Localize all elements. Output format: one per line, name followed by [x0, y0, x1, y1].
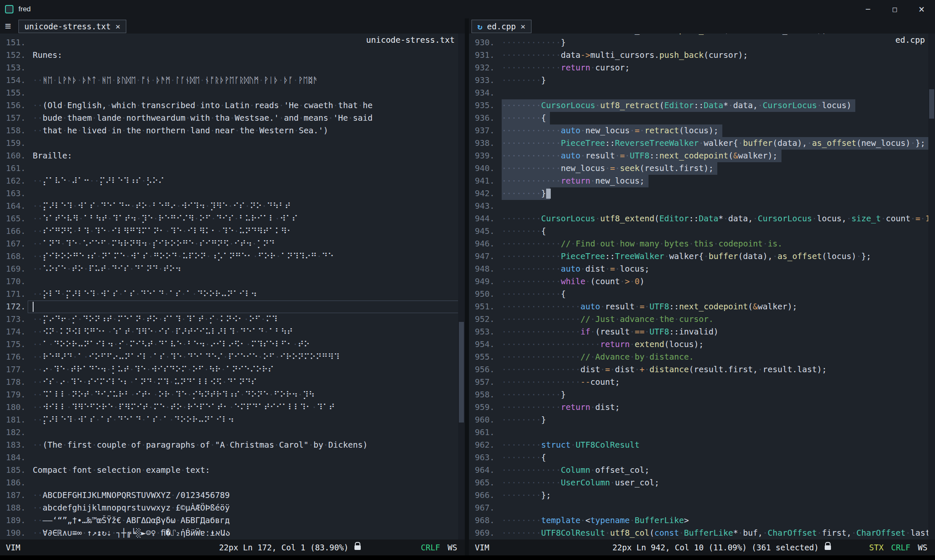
code-line[interactable]: 162.··⡌⠁⠧⠑·⠼⠁⠒··⡍⠜⠇⠑⠹⠰⠎·⡣⠕⠌: [0, 175, 465, 187]
line-text[interactable]: ········UTF8ColResult·utf8_col(const·Buf…: [497, 527, 935, 539]
code-line[interactable]: 185.Compact·font·selection·example·text:: [0, 464, 465, 477]
line-text[interactable]: [28, 451, 465, 464]
code-line[interactable]: 934.: [469, 87, 935, 99]
code-line[interactable]: 937.············auto·new_locus·=·retract…: [469, 124, 935, 137]
line-text[interactable]: ··⠗⠑⠛⠜⠙·⠁·⠊⠕⠋⠋⠔⠤⠝⠁⠊⠇·⠁⠎·⠹⠑·⠙⠑⠁⠙⠑⠌·⠏⠊⠑⠊⠑·…: [28, 351, 465, 363]
line-text[interactable]: [497, 200, 935, 213]
code-line[interactable]: 942.········}: [469, 187, 935, 200]
line-text[interactable]: ··⡍⠜⠇⠑⠹·⠺⠁⠎·⠙⠑⠁⠙⠒·⠞⠕·⠃⠑⠛⠔·⠺⠊⠹⠲·⡹⠻⠑·⠊⠎·⠝⠕…: [28, 200, 465, 213]
code-line[interactable]: 954.····················return·extend(lo…: [469, 338, 935, 351]
line-text[interactable]: ················auto·result·=·UTF8::next…: [497, 301, 935, 313]
code-line[interactable]: 944.········CursorLocus·utf8_extend(Edit…: [469, 213, 935, 225]
code-line[interactable]: 160.Braille:: [0, 150, 465, 162]
line-text[interactable]: ··⠔·⠹⠑·⠞⠗⠁⠙⠑⠲·⡃⠥⠞·⠹⠑·⠺⠊⠎⠙⠕⠍·⠕⠋·⠳⠗·⠁⠝⠊⠑⠌⠕…: [28, 363, 465, 376]
line-text[interactable]: [28, 301, 465, 313]
line-text[interactable]: ········};: [497, 489, 935, 502]
code-line[interactable]: 930.············}: [469, 36, 935, 49]
code-line[interactable]: 943.: [469, 200, 935, 213]
minimize-button[interactable]: ─: [854, 0, 881, 18]
code-line[interactable]: 166.··⠎⠊⠛⠝⠫·⠃⠹·⠹⠑·⠊⠇⠻⠛⠹⠍⠁⠝⠂·⠹⠑·⠊⠇⠻⠅⠂·⠹⠑·…: [0, 225, 465, 238]
line-text[interactable]: [28, 187, 465, 200]
vertical-scrollbar[interactable]: [458, 34, 465, 539]
code-line[interactable]: 172.: [0, 301, 465, 313]
status-flag-crlf[interactable]: CRLF: [421, 543, 440, 552]
pane-divider[interactable]: [465, 18, 469, 555]
code-line[interactable]: 931.············data->multi_cursors.push…: [469, 49, 935, 62]
code-line[interactable]: 958.············}: [469, 389, 935, 401]
line-text[interactable]: ············return·cursor;: [497, 62, 935, 74]
line-text[interactable]: ············}: [497, 389, 935, 401]
line-text[interactable]: ··⠁·⠙⠕⠕⠗⠤⠝⠁⠊⠇⠲·⡊·⠍⠊⠣⠞·⠙⠁⠧⠑·⠃⠑⠲·⠔⠊⠇⠔⠫⠂·⠍⠹…: [28, 338, 465, 351]
code-line[interactable]: 959.············return·dist;: [469, 401, 935, 414]
line-text[interactable]: ················//·Advance·by·distance.: [497, 351, 935, 363]
code-line[interactable]: 966.········};: [469, 489, 935, 502]
code-line[interactable]: 186.: [0, 477, 465, 489]
line-text[interactable]: [28, 477, 465, 489]
code-line[interactable]: 969.········UTF8ColResult·utf8_col(const…: [469, 527, 935, 539]
code-line[interactable]: 936.········{: [469, 112, 935, 124]
line-text[interactable]: ········{: [497, 451, 935, 464]
code-line[interactable]: 155.: [0, 87, 465, 99]
line-text[interactable]: ············PieceTree::ReverseTreeWalker…: [497, 137, 935, 150]
line-text[interactable]: ··⡎⠊⠗⠕⠕⠛⠑⠰⠎·⠝⠁⠍⠑·⠺⠁⠎·⠛⠕⠕⠙·⠥⠏⠕⠝·⠰⡡⠁⠝⠛⠑⠂·⠋…: [28, 250, 465, 263]
line-text[interactable]: ··⠺⠊⠇⠇·⠹⠻⠑⠋⠕⠗⠑·⠏⠻⠍⠊⠞·⠍⠑·⠞⠕·⠗⠑⠏⠑⠁⠞⠂·⠑⠍⠏⠙⠁…: [28, 401, 465, 414]
code-line[interactable]: 948.············auto·dist·=·locus;: [469, 263, 935, 275]
code-line[interactable]: 180.··⠺⠊⠇⠇·⠹⠻⠑⠋⠕⠗⠑·⠏⠻⠍⠊⠞·⠍⠑·⠞⠕·⠗⠑⠏⠑⠁⠞⠂·⠑…: [0, 401, 465, 414]
line-text[interactable]: [28, 62, 465, 74]
line-text[interactable]: [28, 426, 465, 439]
line-text[interactable]: ········}: [497, 74, 935, 87]
code-line[interactable]: 173.··⡍⠔⠙⠖·⡊·⠙⠕⠝⠰⠞·⠍⠑⠁⠝·⠞⠕·⠎⠁⠹·⠹⠁⠞·⡊·⠅⠝⠪…: [0, 313, 465, 326]
code-line[interactable]: 189.··–—‘“”„†•…‰™œŠŸž€·ΑΒΓΔΩαβγδω·АБВГДа…: [0, 514, 465, 527]
code-line[interactable]: 945.········{: [469, 225, 935, 238]
line-text[interactable]: ················if·(result·==·UTF8::inva…: [497, 326, 935, 338]
line-text[interactable]: Runes:: [28, 49, 465, 62]
line-text[interactable]: ············data->multi_cursors.push_bac…: [497, 49, 935, 62]
status-flag-stx[interactable]: STX: [869, 543, 883, 552]
line-text[interactable]: ··ABCDEFGHIJKLMNOPQRSTUVWXYZ·/0123456789: [28, 489, 465, 502]
line-text[interactable]: ··∀∂∈ℝ∧∪≡∞·↑↗↨↻⇣·┐┼╔╘░►☺♀·ﬁ�⑀₂ἠḂӥẄɐː⍎אԱა: [28, 527, 465, 539]
line-text[interactable]: ··⠱⠁⠞⠑⠧⠻·⠁⠃⠳⠞·⠹⠁⠞⠲·⡹⠑·⠗⠑⠛⠊⠌⠻·⠕⠋·⠙⠊⠎·⠃⠥⠗⠊…: [28, 213, 465, 225]
line-text[interactable]: ··⡕⠇⠙·⡍⠜⠇⠑⠹·⠺⠁⠎·⠁⠎·⠙⠑⠁⠙·⠁⠎·⠁·⠙⠕⠕⠗⠤⠝⠁⠊⠇⠲: [28, 288, 465, 301]
line-text[interactable]: ············UserColumn·user_col;: [497, 477, 935, 489]
line-text[interactable]: ············auto·dist·=·locus;: [497, 263, 935, 275]
code-line[interactable]: 156.··(Old·English,·which·transcribed·in…: [0, 99, 465, 112]
code-line[interactable]: 947.············PieceTree::TreeWalker·wa…: [469, 250, 935, 263]
code-line[interactable]: 177.··⠔·⠹⠑·⠞⠗⠁⠙⠑⠲·⡃⠥⠞·⠹⠑·⠺⠊⠎⠙⠕⠍·⠕⠋·⠳⠗·⠁⠝…: [0, 363, 465, 376]
line-text[interactable]: ··⠩⠁⠇⠇·⠝⠕⠞·⠙⠊⠌⠥⠗⠃·⠊⠞⠂·⠕⠗·⠹⠑·⡊⠳⠝⠞⠗⠹⠰⠎·⠙⠕⠝…: [28, 389, 465, 401]
line-text[interactable]: ··⠪⠝·⠅⠝⠪⠇⠫⠛⠑⠂·⠱⠁⠞·⠹⠻⠑·⠊⠎·⠏⠜⠞⠊⠊⠥⠇⠜⠇⠹·⠙⠑⠁⠙…: [28, 326, 465, 338]
line-text[interactable]: ············//·Find·out·how·many·bytes·t…: [497, 238, 935, 250]
code-line[interactable]: 929.················data->multi_cursors.…: [469, 34, 935, 36]
maximize-button[interactable]: □: [881, 0, 908, 18]
scrollbar-thumb[interactable]: [459, 322, 464, 423]
line-text[interactable]: ··⡍⠔⠙⠖·⡊·⠙⠕⠝⠰⠞·⠍⠑⠁⠝·⠞⠕·⠎⠁⠹·⠹⠁⠞·⡊·⠅⠝⠪⠂·⠕⠋…: [28, 313, 465, 326]
line-text[interactable]: ··⠊⠎·⠔·⠹⠑·⠎⠊⠍⠊⠇⠑⠆·⠁⠝⠙·⠍⠹·⠥⠝⠙⠁⠇⠇⠪⠫·⠙⠁⠝⠙⠎: [28, 376, 465, 389]
code-line[interactable]: 190.··∀∂∈ℝ∧∪≡∞·↑↗↨↻⇣·┐┼╔╘░►☺♀·ﬁ�⑀₂ἠḂӥẄɐː…: [0, 527, 465, 539]
line-text[interactable]: ········{: [497, 112, 935, 124]
code-area[interactable]: 150.··እግርህን·በፍራሽህ·ልክ·ዘርጋ።151.152.Runes:1…: [0, 34, 465, 539]
line-text[interactable]: ················--count;: [497, 376, 935, 389]
line-text[interactable]: ············auto·new_locus·=·retract(loc…: [497, 124, 935, 137]
code-line[interactable]: 181.··⡍⠜⠇⠑⠹·⠺⠁⠎·⠁⠎·⠙⠑⠁⠙·⠁⠎·⠁·⠙⠕⠕⠗⠤⠝⠁⠊⠇⠲: [0, 414, 465, 426]
code-line[interactable]: 188.··abcdefghijklmnopqrstuvwxyz·£©µÀÆÖÞ…: [0, 502, 465, 514]
line-text[interactable]: ············return·new_locus;: [497, 175, 935, 187]
line-text[interactable]: Braille:: [28, 150, 465, 162]
code-line[interactable]: 179.··⠩⠁⠇⠇·⠝⠕⠞·⠙⠊⠌⠥⠗⠃·⠊⠞⠂·⠕⠗·⠹⠑·⡊⠳⠝⠞⠗⠹⠰⠎…: [0, 389, 465, 401]
code-line[interactable]: 949.············while·(count·>·0): [469, 275, 935, 288]
line-text[interactable]: ········CursorLocus·utf8_extend(Editor::…: [497, 213, 935, 225]
line-text[interactable]: ············while·(count·>·0): [497, 275, 935, 288]
status-flag-ws[interactable]: WS: [448, 543, 457, 552]
line-text[interactable]: ············}: [497, 36, 935, 49]
code-line[interactable]: 159.: [0, 137, 465, 150]
code-line[interactable]: 962.········struct·UTF8ColResult: [469, 439, 935, 451]
line-text[interactable]: ················//·Just·advance·the·curs…: [497, 313, 935, 326]
code-line[interactable]: 174.··⠪⠝·⠅⠝⠪⠇⠫⠛⠑⠂·⠱⠁⠞·⠹⠻⠑·⠊⠎·⠏⠜⠞⠊⠊⠥⠇⠜⠇⠹·…: [0, 326, 465, 338]
code-line[interactable]: 940.············new_locus·=·seek(result.…: [469, 162, 935, 175]
line-text[interactable]: ··abcdefghijklmnopqrstuvwxyz·£©µÀÆÖÞßéöÿ: [28, 502, 465, 514]
line-text[interactable]: ··⠎⠊⠛⠝⠫·⠃⠹·⠹⠑·⠊⠇⠻⠛⠹⠍⠁⠝⠂·⠹⠑·⠊⠇⠻⠅⠂·⠹⠑·⠥⠝⠙⠻…: [28, 225, 465, 238]
code-line[interactable]: 956.················dist·=·dist·+·distan…: [469, 363, 935, 376]
code-line[interactable]: 153.: [0, 62, 465, 74]
scrollbar-thumb[interactable]: [929, 89, 934, 119]
code-line[interactable]: 157.··bude·thaem·lande·northweardum·with…: [0, 112, 465, 124]
line-text[interactable]: ··(The·first·couple·of·paragraphs·of·"A·…: [28, 439, 465, 451]
status-flag-crlf[interactable]: CRLF: [891, 543, 910, 552]
